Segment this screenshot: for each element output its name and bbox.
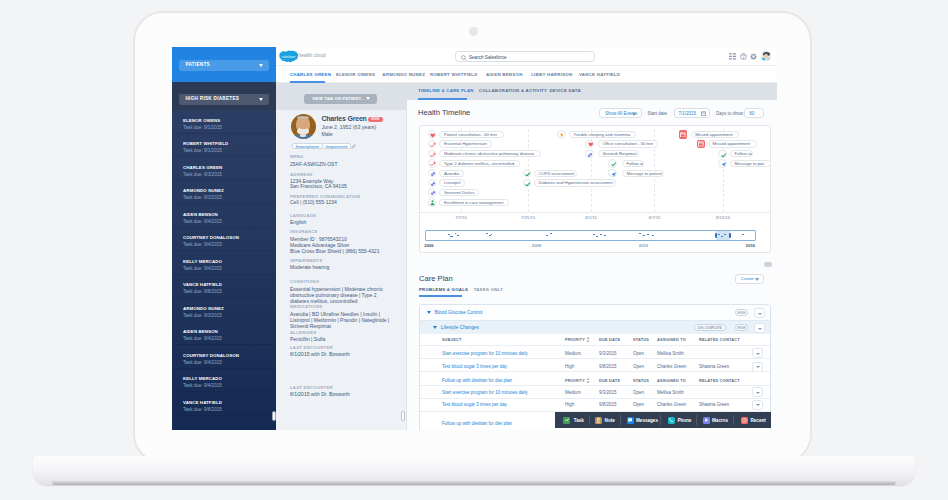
svg-text:salesforce: salesforce [282, 55, 296, 59]
